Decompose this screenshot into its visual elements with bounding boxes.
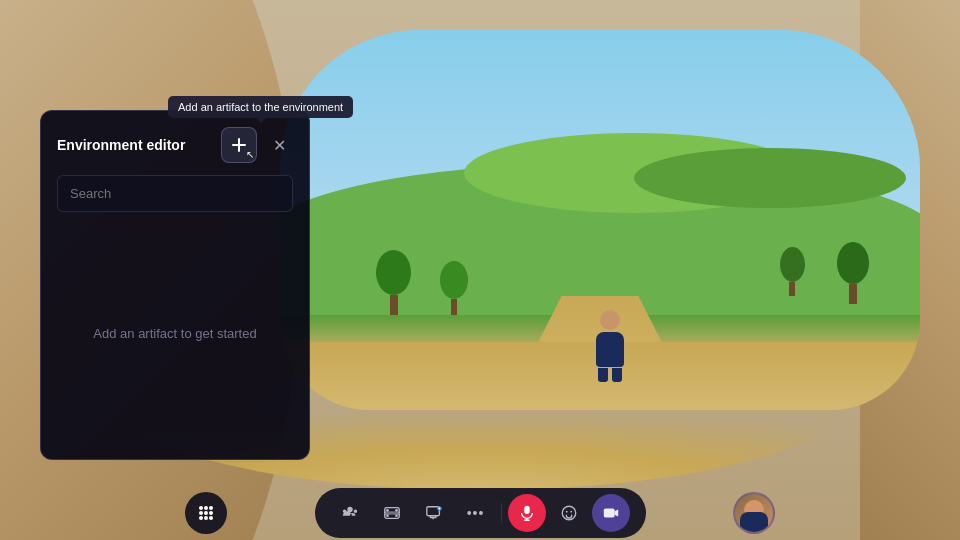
environment-editor-panel: Environment editor ↖ ✕ Add an artifact t… — [40, 110, 310, 460]
people-button[interactable] — [331, 494, 369, 532]
media-button[interactable] — [373, 494, 411, 532]
camera-icon — [602, 504, 620, 522]
svg-rect-21 — [524, 505, 529, 513]
svg-point-15 — [395, 514, 398, 517]
tree-right-1 — [837, 242, 869, 304]
avatar-chip-inner — [735, 494, 773, 532]
toolbar-separator — [501, 503, 502, 523]
panel-header: Environment editor ↖ ✕ — [57, 127, 293, 163]
svg-point-3 — [204, 506, 208, 510]
svg-point-9 — [204, 516, 208, 520]
add-artifact-button[interactable]: ↖ — [221, 127, 257, 163]
svg-point-7 — [209, 511, 213, 515]
camera-button[interactable] — [592, 494, 630, 532]
panel-title: Environment editor — [57, 137, 185, 153]
svg-point-6 — [204, 511, 208, 515]
avatar-head — [600, 310, 620, 330]
close-panel-button[interactable]: ✕ — [265, 131, 293, 159]
svg-point-2 — [199, 506, 203, 510]
share-icon — [425, 504, 443, 522]
svg-point-25 — [565, 510, 567, 512]
user-avatar-chip[interactable] — [733, 492, 775, 534]
svg-point-4 — [209, 506, 213, 510]
emoji-icon — [560, 504, 578, 522]
panel-header-actions: ↖ ✕ — [221, 127, 293, 163]
svg-point-13 — [386, 514, 389, 517]
svg-point-5 — [199, 511, 203, 515]
more-dots-icon: ••• — [467, 505, 485, 521]
grid-menu-button[interactable] — [185, 492, 227, 534]
panel-empty-state: Add an artifact to get started — [57, 224, 293, 443]
avatar-chip-body — [740, 512, 768, 532]
search-input[interactable] — [57, 175, 293, 212]
svg-point-26 — [570, 510, 572, 512]
emoji-button[interactable] — [550, 494, 588, 532]
center-toolbar: ••• — [315, 488, 646, 538]
svg-rect-27 — [603, 508, 614, 517]
mic-icon — [518, 504, 536, 522]
svg-point-14 — [395, 508, 398, 511]
avatar-leg-left — [598, 368, 608, 382]
tree-right-2 — [780, 247, 805, 296]
share-button[interactable] — [415, 494, 453, 532]
avatar-leg-right — [612, 368, 622, 382]
svg-point-10 — [209, 516, 213, 520]
empty-state-text: Add an artifact to get started — [93, 326, 256, 341]
avatar-body — [596, 332, 624, 367]
mic-button[interactable] — [508, 494, 546, 532]
avatar-legs — [590, 368, 630, 382]
media-icon — [383, 504, 401, 522]
grid-icon — [197, 504, 215, 522]
bottom-toolbar: ••• — [0, 485, 960, 540]
scene-avatar — [590, 310, 630, 375]
svg-point-12 — [386, 508, 389, 511]
more-button[interactable]: ••• — [457, 494, 495, 532]
people-icon — [341, 504, 359, 522]
svg-point-8 — [199, 516, 203, 520]
